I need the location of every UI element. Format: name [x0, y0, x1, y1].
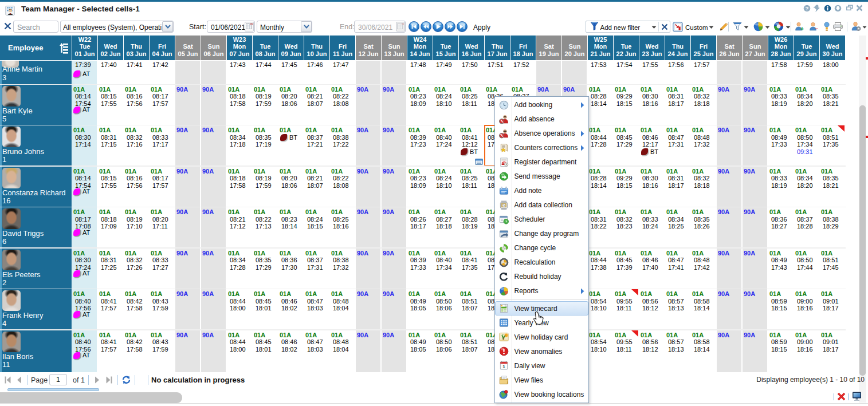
svg-text:+: + [800, 25, 804, 32]
svg-text:−: − [815, 25, 818, 32]
svg-text:1: 1 [502, 364, 505, 369]
svg-text:?: ? [806, 5, 809, 11]
